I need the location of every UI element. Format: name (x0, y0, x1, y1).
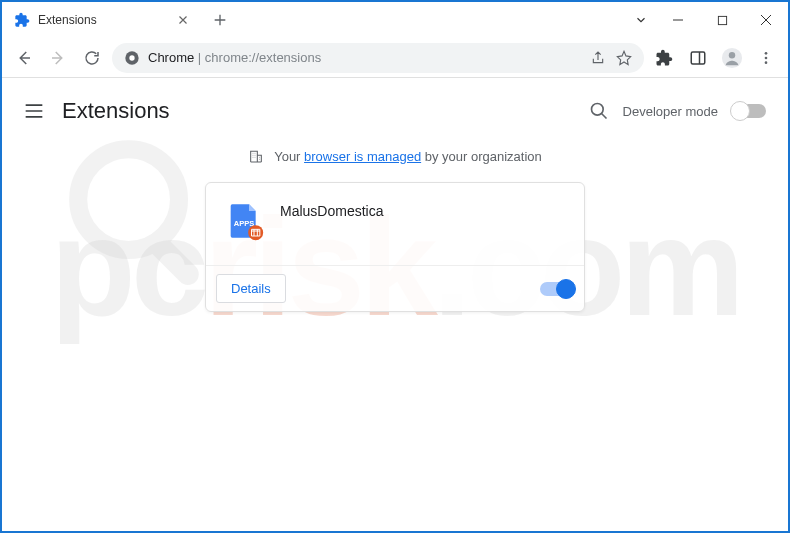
star-icon[interactable] (616, 50, 632, 66)
avatar-icon (721, 47, 743, 69)
managed-banner: Your browser is managed by your organiza… (2, 134, 788, 182)
search-icon[interactable] (589, 101, 609, 121)
chevron-down-icon (634, 13, 648, 27)
svg-text:APPS: APPS (234, 219, 254, 228)
forward-button[interactable] (44, 44, 72, 72)
chrome-icon (124, 50, 140, 66)
tab-search-button[interactable] (626, 13, 656, 27)
back-button[interactable] (10, 44, 38, 72)
extension-app-icon: APPS (224, 201, 264, 241)
close-icon (760, 14, 772, 26)
arrow-left-icon (15, 49, 33, 67)
extension-card: APPS MalusDomestica Details (205, 182, 585, 312)
maximize-button[interactable] (700, 2, 744, 38)
details-button[interactable]: Details (216, 274, 286, 303)
svg-point-13 (248, 225, 263, 240)
extensions-button[interactable] (650, 44, 678, 72)
developer-mode-toggle[interactable] (732, 104, 766, 118)
svg-point-9 (765, 56, 768, 59)
extension-puzzle-icon (14, 12, 30, 28)
new-tab-button[interactable] (202, 2, 238, 38)
maximize-icon (717, 15, 728, 26)
svg-point-8 (765, 52, 768, 55)
browser-toolbar: Chrome | chrome://extensions (2, 38, 788, 78)
extension-name: MalusDomestica (280, 201, 383, 241)
developer-mode-label: Developer mode (623, 104, 718, 119)
page-title: Extensions (62, 98, 170, 124)
minimize-icon (672, 14, 684, 26)
hamburger-icon[interactable] (24, 103, 44, 119)
svg-rect-5 (691, 52, 705, 64)
omnibox-text: Chrome | chrome://extensions (148, 50, 321, 65)
window-controls (626, 2, 788, 38)
minimize-button[interactable] (656, 2, 700, 38)
reload-button[interactable] (78, 44, 106, 72)
svg-point-10 (765, 61, 768, 64)
browser-tab[interactable]: Extensions (2, 2, 202, 38)
kebab-icon (758, 50, 774, 66)
svg-rect-2 (718, 16, 726, 24)
browser-managed-link[interactable]: browser is managed (304, 149, 421, 164)
reload-icon (83, 49, 101, 67)
tab-title: Extensions (38, 13, 168, 27)
share-icon[interactable] (590, 50, 606, 66)
svg-point-4 (129, 55, 134, 60)
page-header: Extensions Developer mode (2, 88, 788, 134)
panel-icon (689, 49, 707, 67)
svg-point-11 (591, 104, 603, 116)
managed-text: Your browser is managed by your organiza… (274, 149, 542, 164)
arrow-right-icon (49, 49, 67, 67)
close-button[interactable] (744, 2, 788, 38)
address-bar[interactable]: Chrome | chrome://extensions (112, 43, 644, 73)
side-panel-button[interactable] (684, 44, 712, 72)
extension-enabled-toggle[interactable] (540, 282, 574, 296)
building-icon (248, 148, 264, 164)
profile-button[interactable] (718, 44, 746, 72)
puzzle-icon (655, 49, 673, 67)
window-titlebar: Extensions (2, 2, 788, 38)
close-icon[interactable] (176, 13, 190, 27)
svg-point-7 (729, 52, 735, 58)
plus-icon (212, 12, 228, 28)
menu-button[interactable] (752, 44, 780, 72)
